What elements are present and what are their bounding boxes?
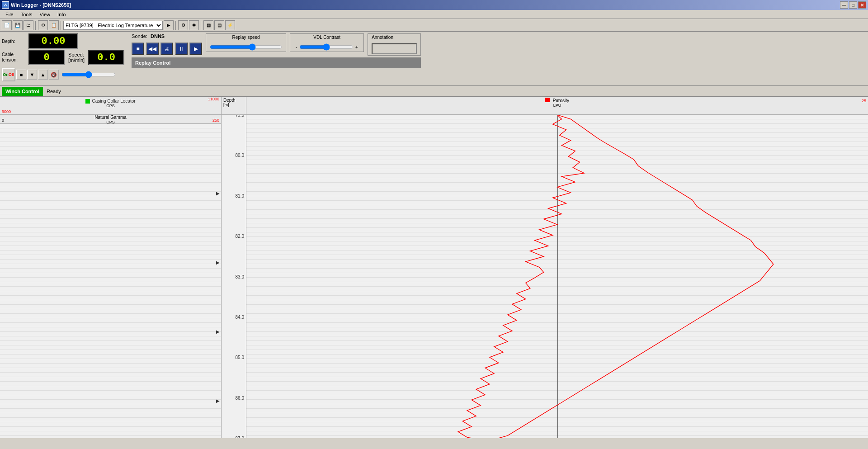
speed-label: Speed:[m/min] bbox=[68, 52, 85, 63]
toolbar-sep-4 bbox=[201, 21, 202, 30]
replay-control-label: Replay Control bbox=[135, 60, 170, 66]
volume-slider[interactable] bbox=[61, 71, 116, 78]
depth-label-79: 79.0 bbox=[236, 115, 244, 118]
log-area: Casing Collar Locator CPS 9000 11000 Nat… bbox=[0, 97, 868, 438]
ccl-scale-right: 11000 bbox=[208, 97, 219, 101]
toolbar-btn-5[interactable]: 📋 bbox=[49, 20, 59, 30]
play-button[interactable]: ▶ bbox=[189, 43, 202, 55]
porosity-column-header: Porosity LPU 0 25 bbox=[246, 97, 868, 114]
toolbar-btn-3[interactable]: 🗂 bbox=[24, 20, 33, 30]
sonde-value: DNNS bbox=[151, 33, 165, 39]
depth-row: Depth: 0.00 bbox=[2, 33, 124, 49]
toolbar-btn-4[interactable]: ⚙ bbox=[38, 20, 48, 30]
toolbar-sep-1 bbox=[35, 21, 36, 30]
title-bar: W Win Logger - [DNNS2656] — □ ✕ bbox=[0, 0, 868, 10]
minimize-button[interactable]: — bbox=[840, 1, 848, 9]
stop-play-button[interactable]: ■ bbox=[132, 43, 144, 55]
cable-display: 0 bbox=[28, 50, 65, 65]
pause-button[interactable]: ⏸ bbox=[175, 43, 188, 55]
winch-status: Ready bbox=[47, 89, 61, 94]
gamma-header: Natural Gamma CPS 0 250 bbox=[0, 115, 221, 124]
right-content: 79.080.081.082.083.084.085.086.087.0 bbox=[222, 115, 868, 438]
menu-file[interactable]: File bbox=[2, 11, 17, 18]
porosity-waveform bbox=[246, 115, 868, 438]
vdl-label: VDL Contrast bbox=[313, 35, 340, 40]
depth-label-84: 84.0 bbox=[236, 314, 244, 319]
gamma-scale-left: 0 bbox=[2, 118, 4, 123]
depth-label-85: 85.0 bbox=[236, 355, 244, 360]
toolbar-btn-10[interactable]: ▤ bbox=[214, 20, 224, 30]
vdl-plus: + bbox=[355, 44, 358, 50]
stop-button[interactable]: ■ bbox=[16, 70, 26, 80]
menu-tools[interactable]: Tools bbox=[17, 11, 36, 18]
depth-arrow-3: ▶ bbox=[216, 329, 220, 334]
right-header: Depth [m] Porosity LPU 0 25 bbox=[222, 97, 868, 115]
toolbar-btn-8[interactable]: ✱ bbox=[189, 20, 199, 30]
print-button[interactable]: 🖨 bbox=[160, 43, 173, 55]
depth-track: 79.080.081.082.083.084.085.086.087.0 bbox=[222, 115, 246, 438]
close-button[interactable]: ✕ bbox=[858, 1, 866, 9]
cable-label: Cable-tension: bbox=[2, 52, 27, 63]
up-button[interactable]: ▲ bbox=[38, 70, 48, 80]
depth-label-86: 86.0 bbox=[236, 395, 244, 400]
toolbar-sep-2 bbox=[61, 21, 61, 30]
depth-label-82: 82.0 bbox=[236, 234, 244, 239]
rewind-button[interactable]: ◀◀ bbox=[146, 43, 159, 55]
vdl-minus: - bbox=[296, 44, 297, 50]
depth-arrow-2: ▶ bbox=[216, 260, 220, 265]
right-panel: Depth [m] Porosity LPU 0 25 79.080.081.0… bbox=[222, 97, 868, 438]
toolbar: 📄 💾 🗂 ⚙ 📋 ELTG [9739] - Electric Log Tem… bbox=[0, 19, 868, 32]
on-off-button[interactable]: OnOff bbox=[2, 68, 15, 81]
porosity-scale-left: 0 bbox=[557, 99, 560, 103]
depth-display: 0.00 bbox=[28, 33, 78, 49]
ccl-indicator bbox=[85, 99, 90, 104]
replay-speed-slider[interactable] bbox=[210, 43, 282, 51]
menu-info[interactable]: Info bbox=[54, 11, 69, 18]
sonde-row: Sonde: DNNS bbox=[132, 33, 202, 39]
instrument-dropdown[interactable]: ELTG [9739] - Electric Log Temperature bbox=[63, 21, 163, 30]
depth-label-80: 80.0 bbox=[236, 153, 244, 158]
gamma-title: Natural Gamma bbox=[0, 115, 221, 120]
menu-view[interactable]: View bbox=[36, 11, 54, 18]
annotation-input[interactable] bbox=[372, 43, 417, 54]
ccl-title: Casing Collar Locator bbox=[92, 99, 135, 104]
app-icon: W bbox=[2, 1, 9, 9]
ccl-header: Casing Collar Locator CPS 9000 11000 bbox=[0, 97, 221, 115]
winch-bar: Winch Control Ready bbox=[0, 86, 868, 97]
menu-bar: File Tools View Info bbox=[0, 10, 868, 19]
vdl-slider[interactable] bbox=[299, 43, 354, 51]
porosity-indicator bbox=[545, 98, 550, 102]
depth-arrow-1: ▶ bbox=[216, 190, 220, 195]
window-title: Win Logger - [DNNS2656] bbox=[11, 2, 71, 8]
toolbar-btn-6[interactable]: ▶ bbox=[164, 20, 174, 30]
toolbar-btn-11[interactable]: ⚡ bbox=[225, 20, 235, 30]
vdl-contrast-section: VDL Contrast - + bbox=[290, 33, 364, 52]
toolbar-btn-9[interactable]: ▦ bbox=[203, 20, 213, 30]
porosity-unit: LPU bbox=[248, 103, 866, 108]
cable-row: Cable-tension: 0 Speed:[m/min] 0.0 bbox=[2, 50, 124, 65]
title-bar-buttons: — □ ✕ bbox=[840, 1, 866, 9]
gamma-scale-right: 250 bbox=[212, 118, 219, 123]
down-button[interactable]: ▼ bbox=[27, 70, 37, 80]
depth-label: Depth: bbox=[2, 39, 27, 44]
depth-header-unit: [m] bbox=[223, 103, 244, 107]
annotation-label: Annotation bbox=[372, 35, 417, 40]
winch-control-label: Winch Control bbox=[2, 87, 43, 96]
depth-label-87: 87.0 bbox=[236, 436, 244, 439]
maximize-button[interactable]: □ bbox=[849, 1, 857, 9]
mute-button[interactable]: 🔇 bbox=[49, 70, 59, 80]
replay-speed-section: Replay speed bbox=[206, 33, 286, 52]
depth-label-81: 81.0 bbox=[236, 193, 244, 198]
toolbar-btn-2[interactable]: 💾 bbox=[13, 20, 23, 30]
depth-arrow-4: ▶ bbox=[216, 398, 220, 403]
ccl-unit: CPS bbox=[2, 104, 219, 108]
depth-header-label: Depth bbox=[223, 98, 244, 103]
ccl-scale-left: 9000 bbox=[2, 109, 11, 114]
toolbar-btn-7[interactable]: ⚙ bbox=[178, 20, 188, 30]
left-panel: Casing Collar Locator CPS 9000 11000 Nat… bbox=[0, 97, 222, 438]
replay-control-bar: Replay Control bbox=[132, 57, 421, 68]
depth-column-header: Depth [m] bbox=[222, 97, 246, 114]
annotation-section: Annotation bbox=[368, 33, 421, 56]
toolbar-btn-1[interactable]: 📄 bbox=[2, 20, 12, 30]
porosity-title: Porosity bbox=[553, 98, 569, 103]
